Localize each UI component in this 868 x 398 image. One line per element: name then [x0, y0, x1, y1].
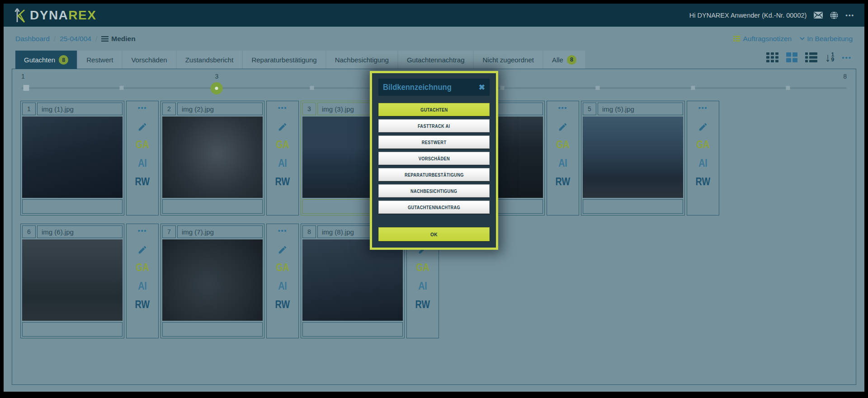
tab-restwert[interactable]: Restwert	[78, 51, 122, 69]
slider-max-label: 8	[843, 73, 847, 80]
slider-tick	[786, 86, 790, 90]
status-dropdown[interactable]: In Bearbeitung	[800, 35, 853, 43]
image-thumbnail[interactable]	[22, 239, 123, 321]
image-filename-field[interactable]: img (2).jpg	[177, 103, 263, 115]
dialog-header: Bildkennzeichnung ✖	[378, 79, 490, 96]
ok-button[interactable]: OK	[378, 227, 490, 241]
tab-reparaturbest-tigung[interactable]: Reparaturbestätigung	[243, 51, 325, 69]
image-number: 6	[22, 225, 36, 238]
option-nachbesichtigung[interactable]: NACHBESICHTIGUNG	[378, 184, 490, 197]
tag-ga-button[interactable]: GA	[276, 262, 289, 273]
tab-vorsch-den[interactable]: Vorschäden	[123, 51, 175, 69]
option-reparaturbest-tigung[interactable]: REPARATURBESTÄTIGUNG	[378, 168, 490, 181]
tag-ai-button[interactable]: AI	[138, 157, 147, 169]
image-filename-field[interactable]: img (7).jpg	[177, 225, 263, 238]
image-caption-field[interactable]	[162, 199, 263, 214]
breadcrumb-medien[interactable]: Medien	[101, 35, 135, 43]
slider-min-label: 1	[21, 73, 25, 80]
close-icon[interactable]: ✖	[479, 83, 485, 92]
mail-icon[interactable]	[814, 12, 823, 19]
bildkennzeichnung-dialog: Bildkennzeichnung ✖ GUTACHTENFASTTRACK A…	[370, 71, 498, 250]
image-card-toolbar: ••• GAAIRW	[266, 101, 299, 215]
tag-rw-button[interactable]: RW	[275, 299, 290, 310]
image-caption-field[interactable]	[583, 199, 683, 214]
image-thumbnail[interactable]	[583, 117, 683, 198]
edit-pencil-icon[interactable]	[278, 245, 288, 255]
image-caption-field[interactable]	[22, 199, 123, 214]
edit-pencil-icon[interactable]	[278, 122, 288, 132]
tag-ai-button[interactable]: AI	[138, 280, 147, 292]
edit-pencil-icon[interactable]	[137, 245, 147, 255]
tag-ga-button[interactable]: GA	[136, 262, 149, 273]
globe-icon[interactable]	[830, 11, 838, 19]
tag-rw-button[interactable]: RW	[556, 176, 570, 187]
edit-pencil-icon[interactable]	[698, 122, 708, 132]
option-fasttrack-ai[interactable]: FASTTRACK AI	[378, 119, 490, 132]
tab-alle[interactable]: Alle8	[543, 51, 585, 69]
image-number: 2	[162, 103, 176, 115]
header-more-icon[interactable]: •••	[845, 12, 854, 19]
list-view-icon[interactable]	[805, 52, 817, 62]
image-thumbnail[interactable]	[22, 117, 123, 198]
tab-nachbesichtigung[interactable]: Nachbesichtigung	[326, 51, 397, 69]
edit-pencil-icon[interactable]	[137, 122, 147, 132]
option-gutachten[interactable]: GUTACHTEN	[378, 103, 490, 116]
card-menu-icon[interactable]: •••	[138, 228, 147, 234]
tag-ga-button[interactable]: GA	[136, 139, 149, 150]
image-filename-field[interactable]: img (5).jpg	[598, 103, 683, 115]
card-menu-icon[interactable]: •••	[278, 228, 287, 234]
tag-rw-button[interactable]: RW	[275, 176, 290, 187]
dynarex-logo: DYNAREX	[14, 7, 96, 23]
image-number: 5	[583, 103, 596, 115]
image-number: 1	[22, 103, 36, 115]
tag-ai-button[interactable]: AI	[278, 280, 287, 292]
slider-handle[interactable]	[211, 82, 223, 94]
card-menu-icon[interactable]: •••	[278, 105, 287, 111]
breadcrumb-order-number[interactable]: 25-04/004	[60, 35, 91, 43]
tag-ga-button[interactable]: GA	[416, 262, 429, 273]
tag-ai-button[interactable]: AI	[418, 280, 427, 292]
breadcrumb-dashboard[interactable]: Dashboard	[15, 35, 50, 43]
order-notes-button[interactable]: Auftragsnotizen	[733, 35, 792, 43]
option-vorsch-den[interactable]: VORSCHÄDEN	[378, 152, 490, 165]
tag-ai-button[interactable]: AI	[278, 157, 287, 169]
dialog-options: GUTACHTENFASTTRACK AIRESTWERTVORSCHÄDENR…	[378, 103, 490, 214]
image-caption-field[interactable]	[302, 322, 403, 337]
image-card-toolbar: ••• GAAIRW	[126, 101, 159, 215]
image-card-toolbar: ••• GAAIRW	[126, 224, 159, 338]
tag-rw-button[interactable]: RW	[696, 176, 710, 187]
image-thumbnail[interactable]	[162, 239, 263, 321]
image-caption-field[interactable]	[22, 322, 123, 337]
image-card: 6 img (6).jpg ••• GAAIRW	[20, 224, 159, 338]
tag-ai-button[interactable]: AI	[698, 157, 708, 169]
card-menu-icon[interactable]: •••	[138, 105, 147, 111]
tab-count-badge: 8	[59, 55, 68, 65]
tab-gutachten[interactable]: Gutachten8	[15, 51, 77, 69]
card-menu-icon[interactable]: •••	[698, 105, 708, 111]
tag-ga-button[interactable]: GA	[276, 139, 289, 150]
tab-zustandsbericht[interactable]: Zustandsbericht	[177, 51, 242, 69]
option-restwert[interactable]: RESTWERT	[378, 136, 490, 149]
image-thumbnail[interactable]	[302, 239, 403, 321]
sort-order-button[interactable]: ↓ 19	[825, 52, 835, 62]
tag-rw-button[interactable]: RW	[135, 299, 150, 310]
slider-tick	[691, 86, 695, 90]
image-caption-field[interactable]	[162, 322, 263, 337]
edit-pencil-icon[interactable]	[558, 122, 568, 132]
view-more-icon[interactable]: •••	[842, 54, 852, 61]
tag-ga-button[interactable]: GA	[556, 139, 570, 150]
grid-large-view-icon[interactable]	[786, 52, 797, 62]
grid-small-view-icon[interactable]	[766, 52, 778, 62]
image-filename-field[interactable]: img (1).jpg	[37, 103, 123, 115]
card-menu-icon[interactable]: •••	[558, 105, 567, 111]
tab-nicht-zugeordnet[interactable]: Nicht zugeordnet	[474, 51, 542, 69]
tag-rw-button[interactable]: RW	[415, 299, 430, 310]
image-thumbnail[interactable]	[162, 117, 263, 198]
image-filename-field[interactable]: img (6).jpg	[37, 225, 123, 238]
tab-gutachtennachtrag[interactable]: Gutachtennachtrag	[398, 51, 473, 69]
tag-ai-button[interactable]: AI	[558, 157, 567, 169]
tag-ga-button[interactable]: GA	[696, 139, 710, 150]
image-card-main: 5 img (5).jpg	[581, 101, 685, 215]
tag-rw-button[interactable]: RW	[135, 176, 150, 187]
option-gutachtennachtrag[interactable]: GUTACHTENNACHTRAG	[378, 201, 490, 214]
